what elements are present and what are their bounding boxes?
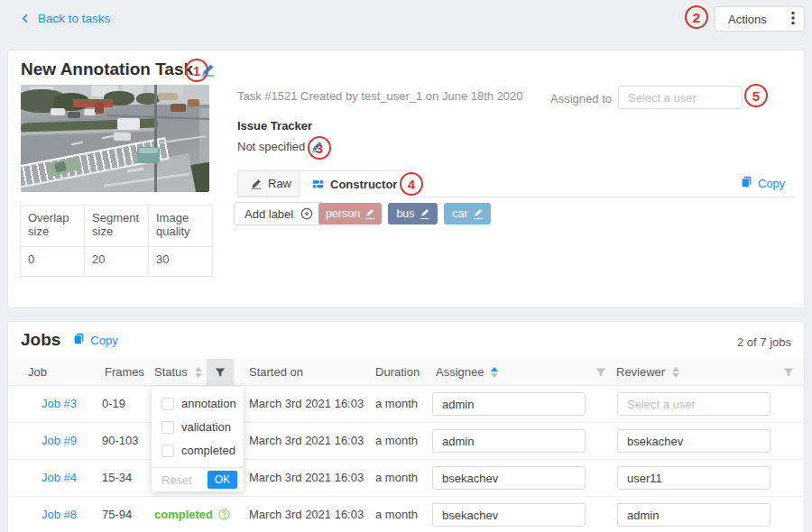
callout-2: 2	[685, 5, 708, 29]
constructor-blocks-icon	[312, 179, 324, 190]
table-row: Job #4 15-34 March 3rd 2021 16:03 a mont…	[8, 459, 804, 497]
edit-icon[interactable]	[365, 208, 374, 219]
filter-reset-button[interactable]: Reset	[161, 473, 192, 487]
param-header: Image quality	[149, 206, 213, 247]
column-job: Job	[28, 359, 47, 385]
issue-tracker-label: Issue Tracker	[237, 119, 312, 133]
task-preview-image	[21, 85, 209, 192]
copy-icon	[741, 176, 752, 190]
sort-carets-icon[interactable]	[195, 367, 202, 378]
issue-tracker-value: Not specified	[237, 140, 305, 153]
copy-label: Copy	[90, 334, 117, 347]
checkbox-icon[interactable]	[161, 398, 174, 410]
copy-jobs-link[interactable]: Copy	[73, 333, 117, 347]
column-started-on: Started on	[249, 359, 303, 385]
duration-cell: a month	[375, 385, 418, 422]
duration-cell: a month	[375, 459, 418, 496]
reviewer-input[interactable]	[617, 503, 770, 527]
assignee-input[interactable]	[432, 466, 586, 490]
label-chip-name: bus	[396, 207, 414, 220]
sort-carets-icon[interactable]	[672, 367, 679, 378]
sort-carets-icon[interactable]	[491, 367, 498, 378]
filter-option-completed[interactable]: completed	[152, 439, 244, 462]
checkbox-icon[interactable]	[161, 421, 174, 434]
copy-labels-link[interactable]: Copy	[741, 176, 785, 190]
tab-raw[interactable]: Raw	[237, 170, 305, 197]
reviewer-input[interactable]	[617, 429, 770, 453]
back-to-tasks-label: Back to tasks	[38, 12, 110, 25]
assignee-filter-button[interactable]	[587, 359, 614, 385]
filter-option-validation[interactable]: validation	[152, 416, 244, 438]
duration-cell: a month	[375, 422, 418, 459]
filter-option-label: validation	[181, 420, 231, 434]
chevron-left-icon	[20, 13, 31, 24]
actions-label: Actions	[728, 13, 767, 26]
plus-circle-icon	[300, 207, 313, 220]
job-link[interactable]: Job #3	[42, 385, 77, 422]
status-filter-button[interactable]	[207, 359, 234, 385]
filter-option-annotation[interactable]: annotation	[152, 392, 244, 415]
tab-constructor[interactable]: Constructor	[299, 170, 411, 197]
checkbox-icon[interactable]	[161, 445, 174, 457]
started-cell: March 3rd 2021 16:03	[249, 385, 364, 422]
table-row: Job #8 75-94 completed March 3rd 2021 16…	[8, 496, 804, 532]
tab-constructor-label: Constructor	[330, 178, 397, 191]
reviewer-input[interactable]	[617, 466, 770, 490]
filter-funnel-icon	[215, 367, 226, 378]
column-status[interactable]: Status	[154, 359, 202, 385]
edit-icon[interactable]	[474, 208, 483, 219]
filter-option-label: completed	[181, 444, 235, 457]
filter-option-label: annotation	[181, 397, 236, 410]
task-details-card: New Annotation Task 1	[7, 50, 805, 308]
reviewer-input[interactable]	[617, 392, 770, 416]
assignee-input[interactable]	[432, 503, 586, 527]
add-label-button[interactable]: Add label	[234, 202, 324, 225]
frames-cell: 90-103	[102, 422, 138, 459]
edit-icon	[251, 179, 262, 189]
duration-cell: a month	[375, 496, 418, 532]
column-assignee[interactable]: Assignee	[436, 359, 498, 385]
column-status-label: Status	[154, 365, 188, 379]
job-link[interactable]: Job #9	[42, 422, 77, 459]
jobs-card: Jobs Copy 2 of 7 jobs Job Frames Status …	[7, 321, 805, 532]
label-chip-bus[interactable]: bus	[388, 203, 438, 225]
label-chip-person[interactable]: person	[318, 203, 382, 225]
assignee-input[interactable]	[432, 429, 586, 453]
column-reviewer-label: Reviewer	[616, 365, 665, 379]
job-link[interactable]: Job #4	[42, 459, 77, 496]
labels-tabbar: Raw Constructor	[237, 170, 793, 197]
started-cell: March 3rd 2021 16:03	[249, 496, 364, 532]
jobs-title: Jobs	[21, 330, 60, 350]
column-assignee-label: Assignee	[436, 365, 484, 379]
assignee-input[interactable]	[432, 392, 586, 416]
back-to-tasks-link[interactable]: Back to tasks	[20, 12, 110, 25]
param-header: Segment size	[85, 206, 149, 247]
filter-ok-button[interactable]: OK	[208, 471, 237, 489]
label-chip-name: person	[326, 207, 360, 220]
param-value: 30	[149, 247, 213, 277]
actions-button[interactable]: Actions	[715, 6, 805, 32]
jobs-table-header: Job Frames Status Started on Duration As…	[8, 359, 804, 386]
copy-label: Copy	[758, 177, 785, 190]
column-reviewer[interactable]: Reviewer	[616, 359, 679, 385]
label-chip-car[interactable]: car	[444, 203, 491, 225]
task-parameters-table: Overlap size Segment size Image quality …	[20, 205, 213, 277]
param-header: Overlap size	[21, 206, 85, 247]
param-value: 0	[21, 247, 85, 277]
started-cell: March 3rd 2021 16:03	[249, 459, 364, 496]
edit-icon[interactable]	[420, 208, 429, 219]
column-frames: Frames	[105, 359, 144, 385]
callout-3: 3	[308, 136, 331, 160]
reviewer-filter-button[interactable]	[775, 359, 802, 385]
assigned-to-label: Assigned to	[549, 92, 612, 105]
assigned-to-input[interactable]	[618, 86, 743, 109]
copy-icon	[73, 333, 85, 347]
filter-funnel-icon	[595, 367, 606, 378]
frames-cell: 15-34	[102, 459, 132, 496]
filter-funnel-icon	[783, 367, 794, 378]
column-duration: Duration	[375, 359, 420, 385]
job-link[interactable]: Job #8	[42, 496, 77, 532]
task-title-text: New Annotation Task	[21, 60, 193, 79]
param-value: 20	[85, 247, 149, 277]
question-circle-icon[interactable]	[218, 509, 230, 520]
